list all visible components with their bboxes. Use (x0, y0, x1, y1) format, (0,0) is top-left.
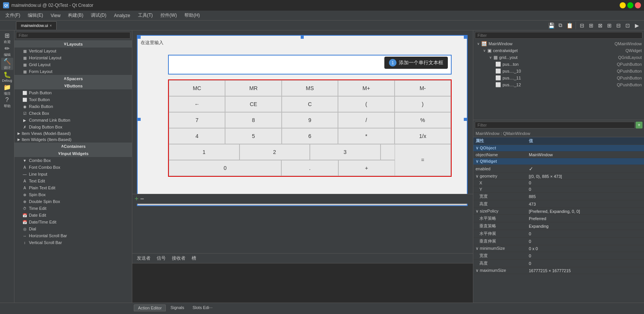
calc-mr[interactable]: MR (225, 80, 281, 96)
widget-grid-layout[interactable]: ▦ Grid Layout (14, 61, 132, 68)
calc-9[interactable]: 9 (282, 112, 338, 128)
prop-objectname-value[interactable]: MainWindow (527, 152, 644, 158)
menu-view[interactable]: View (47, 12, 64, 19)
prop-min-width-value[interactable]: 0 (527, 252, 644, 260)
calc-equals[interactable]: = (395, 144, 451, 176)
toolbar-form[interactable]: ⊠ (596, 21, 604, 30)
widget-command-link[interactable]: ▶ Command Link Button (14, 117, 132, 124)
widget-dial[interactable]: ◎ Dial (14, 225, 132, 232)
minimize-button[interactable] (620, 2, 626, 8)
calc-5[interactable]: 5 (225, 128, 281, 144)
calc-mul[interactable]: * (338, 128, 394, 144)
toolbar-grid[interactable]: ⊞ (605, 21, 614, 30)
obj-centralwidget[interactable]: ∨ ▣ centralwidget QWidget (473, 47, 644, 54)
widget-check-box[interactable]: ☑ Check Box (14, 110, 132, 117)
calc-back[interactable]: ← (169, 96, 225, 112)
calc-add[interactable]: + (338, 160, 395, 176)
calc-3[interactable]: 3 (310, 144, 381, 160)
remove-widget-button[interactable]: − (140, 195, 144, 203)
prop-height-value[interactable]: 473 (527, 200, 644, 208)
calc-1[interactable]: 1 (169, 144, 240, 160)
side-project[interactable]: 📁 项目 (1, 84, 13, 96)
obj-pushbutton-12[interactable]: ⬜ pus...._12 QPushButton (473, 81, 644, 88)
toolbar-break[interactable]: ⊟ (614, 21, 623, 30)
widget-spin-box[interactable]: ⊕ Spin Box (14, 191, 132, 198)
toolbar-preview[interactable]: ▶ (633, 21, 641, 30)
calc-lparen[interactable]: ( (338, 96, 394, 112)
side-design[interactable]: 🔨 设计 (1, 58, 13, 70)
prop-vpolicy-value[interactable]: Expanding (527, 222, 644, 230)
obj-pushbutton-0[interactable]: ⬜ pus...ton QPushButton (473, 61, 644, 68)
menu-file[interactable]: 文件(F) (2, 11, 24, 19)
toolbar-paste[interactable]: 📋 (565, 21, 574, 30)
widget-date-edit[interactable]: 📅 Date Edit (14, 212, 132, 219)
calc-dot[interactable]: . (281, 160, 338, 176)
calc-ms[interactable]: MS (282, 80, 338, 96)
side-debug[interactable]: 🐛 Debug (1, 71, 13, 83)
tab-signals[interactable]: Signals (167, 304, 188, 311)
obj-pushbutton-10[interactable]: ⬜ pus...._10 QPushButton (473, 68, 644, 75)
calc-8[interactable]: 8 (225, 112, 281, 128)
prop-hstretch-value[interactable]: 0 (527, 230, 644, 238)
maximize-button[interactable] (627, 2, 633, 8)
calc-mc[interactable]: MC (169, 80, 225, 96)
obj-gridlayout[interactable]: ∨ ▦ grid...yout QGridLayout (473, 54, 644, 61)
prop-sizepolicy-value[interactable]: [Preferred, Expanding, 0, 0] (527, 208, 644, 215)
tab-signal[interactable]: 信号 (155, 255, 167, 262)
widget-filter-input[interactable] (16, 32, 130, 39)
section-buttons[interactable]: ∨ Buttons (14, 82, 132, 89)
prop-maxsize-value[interactable]: 16777215 × 16777215 (527, 267, 644, 274)
prop-enabled-value[interactable]: ✓ (527, 165, 644, 173)
calc-2[interactable]: 2 (240, 144, 310, 160)
calc-0[interactable]: 0 (169, 160, 281, 176)
widget-line-input[interactable]: — Line Input (14, 171, 132, 178)
menu-build[interactable]: 构建(B) (64, 11, 87, 19)
side-help[interactable]: ? 帮助 (1, 97, 13, 109)
section-item-widgets[interactable]: ▶ Item Widgets (Item-Based) (14, 136, 132, 143)
design-form[interactable]: 在这里输入 1 添加一个单行文本框 M (137, 35, 468, 206)
prop-geometry-value[interactable]: [(0, 0), 885 × 473] (527, 173, 644, 180)
toolbar-layout-v[interactable]: ⊞ (587, 21, 595, 30)
calc-6[interactable]: 6 (282, 128, 338, 144)
widget-double-spin-box[interactable]: ⊕ Double Spin Box (14, 198, 132, 205)
toolbar-layout-h[interactable]: ⊟ (578, 21, 586, 30)
prop-hpolicy-value[interactable]: Preferred (527, 215, 644, 222)
menu-tools[interactable]: 工具(T) (134, 11, 157, 19)
object-filter-input[interactable] (475, 32, 642, 39)
section-item-views[interactable]: ▶ Item Views (Model-Based) (14, 130, 132, 136)
prop-minsize-value[interactable]: 0 x 0 (527, 245, 644, 252)
prop-min-height-value[interactable]: 0 (527, 260, 644, 267)
tab-close-icon[interactable]: × (50, 24, 52, 28)
prop-y-value[interactable]: 0 (527, 186, 644, 193)
widget-text-edit[interactable]: A Text Edit (14, 178, 132, 184)
tab-sender[interactable]: 发送者 (135, 255, 152, 262)
calc-c[interactable]: C (282, 96, 338, 112)
calc-7[interactable]: 7 (169, 112, 225, 128)
prop-filter-input[interactable] (475, 122, 635, 128)
calc-percent[interactable]: % (395, 112, 451, 128)
widget-h-scrollbar[interactable]: ↔ Horizontal Scroll Bar (14, 232, 132, 239)
prop-x-value[interactable]: 0 (527, 180, 644, 186)
tab-slots-editor[interactable]: Slots Edi··· (189, 304, 216, 311)
add-widget-button[interactable]: + (135, 195, 139, 203)
menu-controls[interactable]: 控件(W) (157, 11, 181, 19)
tab-slot[interactable]: 槽 (190, 255, 198, 262)
side-edit[interactable]: ✏ 编辑 (1, 45, 13, 57)
widget-time-edit[interactable]: ⏱ Time Edit (14, 205, 132, 212)
tab-mainwindow-ui[interactable]: mainwindow.ui × (16, 21, 57, 30)
section-input-widgets[interactable]: ∨ Input Widgets (14, 150, 132, 157)
tab-action-editor[interactable]: Action Editor (134, 304, 166, 311)
widget-combo-box[interactable]: ▼ Combo Box (14, 157, 132, 164)
menu-debug[interactable]: 调试(D) (87, 11, 110, 19)
section-layouts[interactable]: ∨ Layouts (14, 40, 132, 48)
widget-font-combo-box[interactable]: A Font Combo Box (14, 164, 132, 171)
menu-help[interactable]: 帮助(H) (181, 11, 204, 19)
widget-radio-button[interactable]: ◉ Radio Button (14, 103, 132, 110)
widget-plain-text-edit[interactable]: A Plain Text Edit (14, 184, 132, 191)
prop-add-button[interactable]: + (636, 122, 642, 128)
calc-mminus[interactable]: M- (395, 80, 451, 96)
tab-receiver[interactable]: 接收者 (170, 255, 187, 262)
widget-v-scrollbar[interactable]: ↕ Vertical Scroll Bar (14, 239, 132, 246)
widget-datetime-edit[interactable]: 📅 Date/Time Edit (14, 219, 132, 225)
prop-vstretch-value[interactable]: 0 (527, 238, 644, 245)
